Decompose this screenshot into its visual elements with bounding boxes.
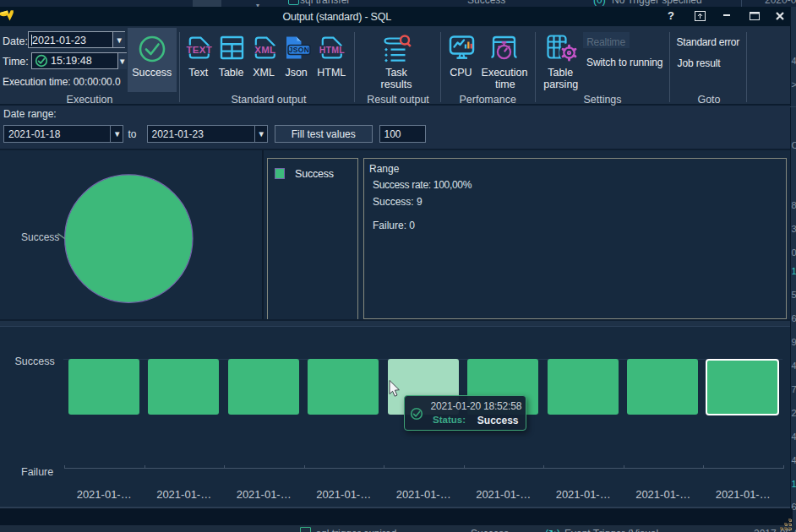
svg-text:TEXT: TEXT	[186, 45, 212, 55]
svg-text:JSON: JSON	[288, 46, 309, 54]
svg-text:XML: XML	[254, 45, 275, 55]
svg-text:HTML: HTML	[319, 44, 344, 54]
